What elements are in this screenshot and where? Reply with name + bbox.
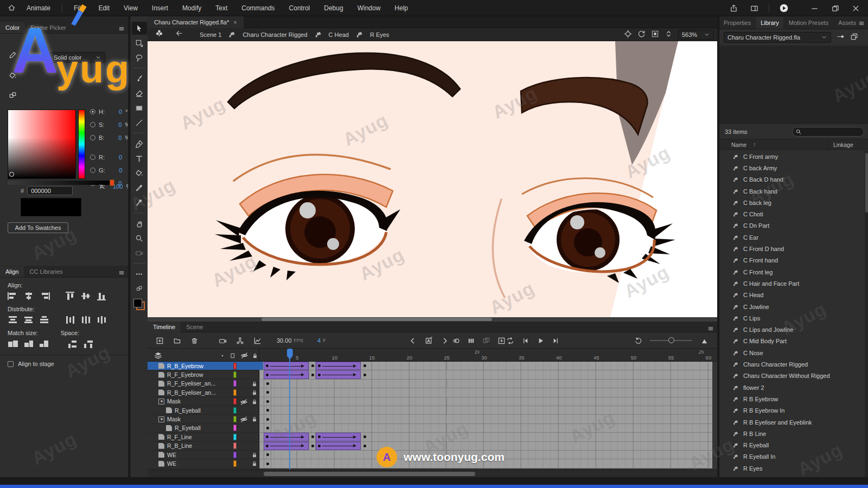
layer-locked-icon[interactable] <box>251 452 258 459</box>
edit-multiple-frames-icon[interactable] <box>481 335 492 346</box>
frame-ruler[interactable]: 510152025303540455055601s2s <box>259 349 717 362</box>
layer-outline-color-chip[interactable] <box>233 363 237 369</box>
selection-tool[interactable] <box>132 22 147 35</box>
breadcrumb-item[interactable]: Charu Character Rigged <box>242 31 307 38</box>
tab-cc-libraries[interactable]: CC Libraries <box>24 266 68 277</box>
keyframe-cell[interactable] <box>264 388 271 396</box>
menu-animate[interactable]: Animate <box>21 2 56 14</box>
library-item[interactable]: C Back D hand <box>719 174 865 185</box>
rotation-tool-icon[interactable] <box>637 30 646 40</box>
library-item[interactable]: C Mid Body Part <box>719 336 865 347</box>
hue-strip[interactable] <box>78 110 85 179</box>
color-radio[interactable] <box>90 155 95 160</box>
library-item[interactable]: Charu Character Rigged <box>719 358 865 370</box>
library-item[interactable]: Charu Character Without Rigged <box>719 370 865 382</box>
layer-name[interactable]: Mask <box>167 416 181 422</box>
stage-canvas[interactable] <box>148 41 717 317</box>
library-item[interactable]: C Front D hand <box>719 243 865 254</box>
motion-tween-span[interactable] <box>316 433 361 441</box>
keyframe-cell[interactable] <box>309 433 316 441</box>
keyframe-cell[interactable] <box>264 424 271 432</box>
layer-name[interactable]: WE <box>167 460 176 467</box>
menu-commands[interactable]: Commands <box>235 2 280 14</box>
tab-properties[interactable]: Properties <box>719 17 755 29</box>
color-row-value[interactable]: 0 <box>107 121 122 128</box>
pin-library-icon[interactable] <box>837 33 845 43</box>
motion-tween-span[interactable] <box>264 433 309 441</box>
fill-bucket-icon[interactable] <box>9 72 17 82</box>
library-document-dropdown[interactable]: Charu Character Rigged.fla <box>724 32 831 43</box>
layer-frames-row[interactable] <box>259 362 712 370</box>
layer-locked-icon[interactable] <box>251 389 258 397</box>
layer-outline-color-chip[interactable] <box>233 425 237 431</box>
align-center-horizontal-icon[interactable] <box>23 292 34 300</box>
saturation-brightness-box[interactable] <box>8 110 76 179</box>
reset-timeline-zoom-icon[interactable] <box>633 335 643 346</box>
color-radio[interactable] <box>90 135 95 140</box>
panel-menu-icon[interactable] <box>858 19 865 29</box>
paint-bucket-tool[interactable] <box>132 166 147 179</box>
library-item[interactable]: R B Eyebrow <box>719 393 865 404</box>
library-item[interactable]: C Jowline <box>719 301 865 312</box>
match-height-icon[interactable] <box>23 339 34 348</box>
layer-row[interactable]: R_Eyeball <box>148 406 259 415</box>
tab-close-icon[interactable]: × <box>233 19 237 25</box>
workspace-icon[interactable] <box>745 1 763 15</box>
layer-locked-icon[interactable] <box>251 381 258 388</box>
scrollbar-thumb[interactable] <box>865 153 868 213</box>
library-item[interactable]: C Front hand <box>719 255 865 266</box>
clip-content-icon[interactable] <box>651 30 659 40</box>
layer-outline-color-chip[interactable] <box>233 452 237 458</box>
sort-ascending-icon[interactable]: ↑ <box>753 141 756 147</box>
zoom-level-dropdown[interactable]: 563% <box>678 30 714 40</box>
align-to-stage-checkbox[interactable] <box>8 361 14 367</box>
onion-skin-icon[interactable] <box>450 335 461 346</box>
show-parenting-icon[interactable] <box>234 335 245 346</box>
current-frame-value[interactable]: 4 <box>317 337 321 344</box>
layer-name[interactable]: R_F_Eyeliser_an... <box>167 380 215 387</box>
tab-frame-picker[interactable]: Frame Picker <box>25 22 71 33</box>
layer-outline-color-chip[interactable] <box>233 407 237 414</box>
distribute-right-icon[interactable] <box>97 316 107 324</box>
library-item[interactable]: C Dn Part <box>719 220 865 232</box>
layer-frames-row[interactable] <box>259 380 712 388</box>
highlight-column-icon[interactable] <box>219 351 226 361</box>
share-icon[interactable] <box>724 1 743 15</box>
motion-tween-span[interactable] <box>264 362 309 370</box>
library-item[interactable]: flower 2 <box>719 382 865 393</box>
color-type-dropdown[interactable]: Solid color <box>50 52 105 63</box>
library-item[interactable]: C Nose <box>719 347 865 358</box>
auto-keyframe-icon[interactable] <box>423 335 434 346</box>
layer-name[interactable]: R_F_Eyebrow <box>167 371 203 378</box>
breadcrumb-item[interactable]: Scene 1 <box>200 31 221 38</box>
library-item[interactable]: R B Eyebrow In <box>719 405 865 416</box>
layer-outline-color-chip[interactable] <box>233 398 237 404</box>
color-radio[interactable] <box>90 109 95 114</box>
resize-frames-icon[interactable] <box>699 335 710 346</box>
onion-skin-outlines-icon[interactable] <box>465 335 476 346</box>
layer-frames-row[interactable] <box>259 388 712 397</box>
align-left-icon[interactable] <box>8 292 18 300</box>
minimize-button[interactable] <box>805 1 824 15</box>
library-item[interactable]: C back Army <box>719 162 865 174</box>
layer-row[interactable]: R_Eyeball <box>148 424 259 433</box>
library-item[interactable]: C Hair and Face Part <box>719 278 865 289</box>
panel-menu-icon[interactable] <box>118 24 125 34</box>
tab-assets[interactable]: Assets <box>834 17 860 29</box>
stroke-pencil-icon[interactable] <box>9 51 17 61</box>
layer-outline-color-chip[interactable] <box>233 371 237 378</box>
line-tool[interactable] <box>132 116 147 129</box>
menu-window[interactable]: Window <box>352 2 387 14</box>
step-forward-icon[interactable] <box>550 335 561 346</box>
color-row-value[interactable]: 0 <box>108 167 123 174</box>
outline-column-icon[interactable] <box>229 351 236 361</box>
close-button[interactable] <box>846 1 865 15</box>
library-item[interactable]: C Front leg <box>719 266 865 278</box>
document-tab[interactable]: Charu Character Rigged.fla* × <box>148 16 244 28</box>
panel-menu-icon[interactable] <box>118 268 125 278</box>
library-item[interactable]: C Front army <box>719 151 865 162</box>
distribute-top-icon[interactable] <box>8 316 18 324</box>
library-item[interactable]: C Back hand <box>719 185 865 197</box>
align-bottom-icon[interactable] <box>97 292 107 300</box>
keyframe-cell[interactable] <box>309 442 316 450</box>
